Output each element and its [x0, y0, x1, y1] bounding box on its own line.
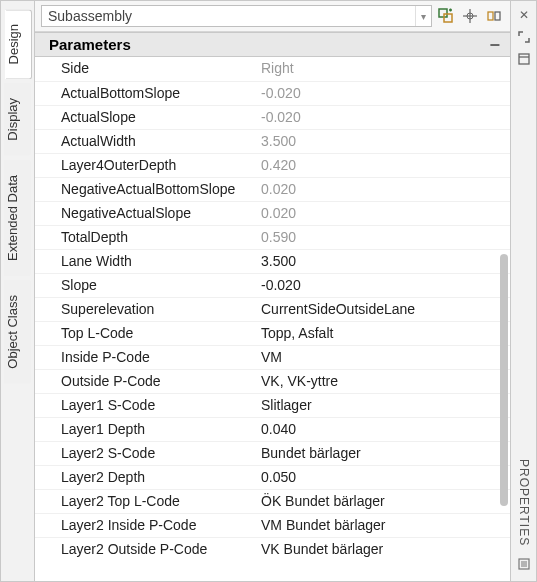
- param-value: Right: [255, 57, 510, 81]
- param-name: Outside P-Code: [35, 370, 255, 393]
- param-value: 3.500: [255, 130, 510, 153]
- param-row: SuperelevationCurrentSideOutsideLane: [35, 297, 510, 321]
- section-title: Parameters: [49, 36, 131, 53]
- expand-icon[interactable]: [516, 29, 532, 45]
- tab-design[interactable]: Design: [5, 9, 32, 79]
- param-row: Top L-CodeTopp, Asfalt: [35, 321, 510, 345]
- param-name: Lane Width: [35, 250, 255, 273]
- param-name: ActualBottomSlope: [35, 82, 255, 105]
- left-tabs: DesignDisplayExtended DataObject Class: [1, 1, 35, 581]
- param-value[interactable]: Bundet bärlager: [255, 442, 510, 465]
- scrollbar-thumb[interactable]: [500, 254, 508, 506]
- param-value[interactable]: Slitlager: [255, 394, 510, 417]
- palette-title: PROPERTIES: [517, 459, 531, 546]
- param-value[interactable]: Topp, Asfalt: [255, 322, 510, 345]
- section-header-parameters[interactable]: Parameters −: [35, 32, 510, 57]
- param-row: Layer1 S-CodeSlitlager: [35, 393, 510, 417]
- param-name: Layer2 S-Code: [35, 442, 255, 465]
- param-value: 0.020: [255, 202, 510, 225]
- right-gutter: ✕ PROPERTIES: [510, 1, 536, 581]
- svg-rect-9: [519, 54, 529, 64]
- param-name: Layer2 Depth: [35, 466, 255, 489]
- param-value: -0.020: [255, 82, 510, 105]
- param-row: Layer2 Inside P-CodeVM Bundet bärlager: [35, 513, 510, 537]
- parameter-grid: SideRightActualBottomSlope-0.020ActualSl…: [35, 57, 510, 581]
- param-row: Layer2 Outside P-CodeVK Bundet bärlager: [35, 537, 510, 561]
- param-row: Slope-0.020: [35, 273, 510, 297]
- param-row: Layer2 Depth0.050: [35, 465, 510, 489]
- toggle-pset-button[interactable]: [484, 6, 504, 26]
- param-row: SideRight: [35, 57, 510, 81]
- param-name: Layer2 Inside P-Code: [35, 514, 255, 537]
- svg-rect-8: [495, 12, 500, 20]
- properties-panel: DesignDisplayExtended DataObject Class S…: [0, 0, 537, 582]
- param-value: 0.590: [255, 226, 510, 249]
- param-row: Layer1 Depth0.040: [35, 417, 510, 441]
- param-row: Layer4OuterDepth0.420: [35, 153, 510, 177]
- close-icon[interactable]: ✕: [516, 7, 532, 23]
- svg-rect-1: [444, 14, 452, 22]
- param-value: -0.020: [255, 106, 510, 129]
- param-row: Lane Width3.500: [35, 249, 510, 273]
- param-name: ActualSlope: [35, 106, 255, 129]
- param-name: Side: [35, 57, 255, 81]
- param-row: NegativeActualBottomSlope0.020: [35, 177, 510, 201]
- param-value[interactable]: VK Bundet bärlager: [255, 538, 510, 561]
- param-name: ActualWidth: [35, 130, 255, 153]
- pick-object-button[interactable]: [460, 6, 480, 26]
- param-value: 0.420: [255, 154, 510, 177]
- param-value[interactable]: 0.050: [255, 466, 510, 489]
- param-name: Inside P-Code: [35, 346, 255, 369]
- param-row: NegativeActualSlope0.020: [35, 201, 510, 225]
- param-value[interactable]: VM: [255, 346, 510, 369]
- param-name: Layer2 Outside P-Code: [35, 538, 255, 561]
- param-value[interactable]: 3.500: [255, 250, 510, 273]
- main-area: Subassembly ▾ Parameters − SideRightActu…: [35, 1, 510, 581]
- param-value[interactable]: 0.040: [255, 418, 510, 441]
- toolbar: Subassembly ▾: [35, 1, 510, 32]
- quick-select-button[interactable]: [436, 6, 456, 26]
- param-value[interactable]: VM Bundet bärlager: [255, 514, 510, 537]
- param-value[interactable]: ÖK Bundet bärlager: [255, 490, 510, 513]
- tab-display[interactable]: Display: [4, 83, 31, 156]
- param-name: TotalDepth: [35, 226, 255, 249]
- param-name: Superelevation: [35, 298, 255, 321]
- param-name: NegativeActualSlope: [35, 202, 255, 225]
- scrollbar-track[interactable]: [500, 55, 508, 579]
- svg-rect-7: [488, 12, 493, 20]
- object-type-combo[interactable]: Subassembly ▾: [41, 5, 432, 27]
- param-value[interactable]: -0.020: [255, 274, 510, 297]
- svg-rect-0: [439, 9, 447, 17]
- param-row: Inside P-CodeVM: [35, 345, 510, 369]
- param-row: Outside P-CodeVK, VK-yttre: [35, 369, 510, 393]
- param-name: Layer1 S-Code: [35, 394, 255, 417]
- collapse-icon[interactable]: −: [489, 40, 500, 50]
- dock-icon[interactable]: [516, 51, 532, 67]
- param-name: Slope: [35, 274, 255, 297]
- tab-object[interactable]: Object Class: [4, 280, 31, 384]
- param-name: NegativeActualBottomSlope: [35, 178, 255, 201]
- param-row: ActualSlope-0.020: [35, 105, 510, 129]
- param-name: Layer2 Top L-Code: [35, 490, 255, 513]
- param-row: TotalDepth0.590: [35, 225, 510, 249]
- combo-value: Subassembly: [42, 8, 415, 24]
- param-name: Top L-Code: [35, 322, 255, 345]
- tab-extended[interactable]: Extended Data: [4, 160, 31, 276]
- param-value[interactable]: VK, VK-yttre: [255, 370, 510, 393]
- param-name: Layer1 Depth: [35, 418, 255, 441]
- palette-menu-icon[interactable]: [518, 558, 530, 573]
- param-row: Layer2 Top L-CodeÖK Bundet bärlager: [35, 489, 510, 513]
- param-row: ActualBottomSlope-0.020: [35, 81, 510, 105]
- chevron-down-icon[interactable]: ▾: [415, 6, 431, 26]
- param-row: Layer2 S-CodeBundet bärlager: [35, 441, 510, 465]
- param-name: Layer4OuterDepth: [35, 154, 255, 177]
- param-value: 0.020: [255, 178, 510, 201]
- param-value[interactable]: CurrentSideOutsideLane: [255, 298, 510, 321]
- param-row: ActualWidth3.500: [35, 129, 510, 153]
